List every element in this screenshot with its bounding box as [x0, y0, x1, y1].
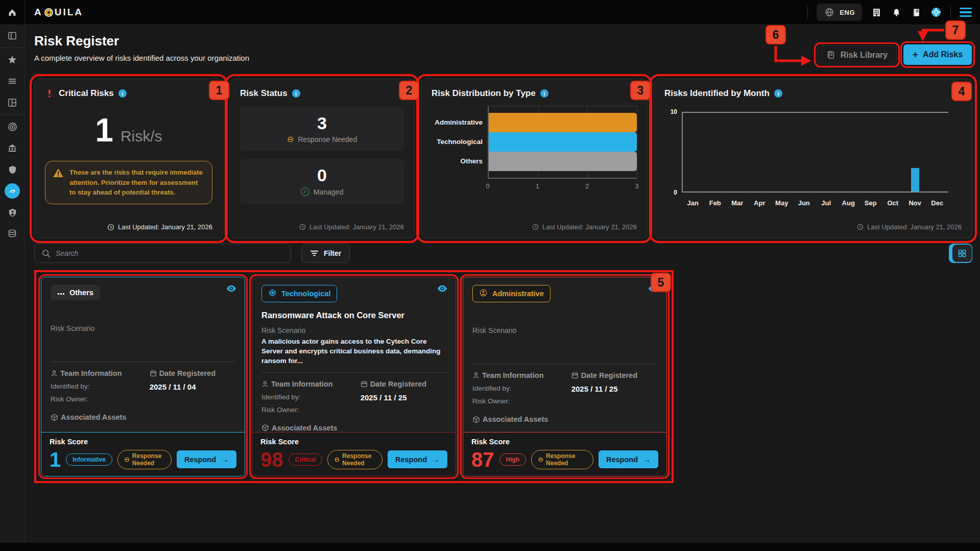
risk-distribution-card: Risk Distribution by Type Administrative…	[421, 79, 648, 238]
sidebar-item-favorites[interactable]	[0, 49, 25, 70]
month-slot-sep	[860, 113, 882, 191]
circle-check-icon	[301, 187, 309, 196]
divider	[261, 372, 446, 373]
topbar-actions: ENG	[807, 4, 980, 21]
sidebar-item-menu[interactable]	[0, 70, 25, 92]
info-icon[interactable]	[118, 89, 127, 98]
risk-type-label: Others	[69, 289, 93, 297]
response-needed-panel: 3 Response Needed	[240, 106, 404, 151]
date-registered-header: Date Registered	[361, 380, 446, 388]
risk-library-button[interactable]: Risk Library	[817, 45, 897, 64]
managed-count: 0	[317, 166, 327, 184]
menu-icon[interactable]	[960, 8, 972, 17]
risks-by-month-chart: 10 0	[664, 112, 948, 193]
support-lifebuoy-icon[interactable]	[930, 7, 942, 18]
aquila-logo: AQUILAAUILA	[34, 7, 83, 18]
critical-unit: Risk/s	[121, 128, 162, 145]
sidebar-item-shield[interactable]	[0, 159, 25, 180]
risk-card: Others Risk Scenario Team Information Id…	[41, 277, 245, 476]
language-selector[interactable]: ENG	[817, 4, 862, 21]
risk-scenario-label: Risk Scenario	[51, 324, 235, 332]
knowledge-book-icon[interactable]	[911, 7, 922, 18]
severity-badge: Informative	[66, 453, 112, 466]
sidebar-item-database[interactable]	[0, 223, 25, 245]
x-axis-tick: 3	[635, 182, 638, 190]
calendar-icon	[361, 380, 368, 388]
info-icon[interactable]	[774, 89, 782, 98]
circle-minus-icon	[538, 456, 543, 463]
sidebar-item-institution[interactable]	[0, 137, 25, 159]
x-axis-label-jan: Jan	[682, 199, 704, 207]
risk-type-badge: Others	[51, 285, 100, 300]
arrow-right-icon	[643, 455, 651, 464]
annotation-badge-2: 2	[399, 81, 419, 100]
managed-label: Managed	[314, 188, 343, 196]
respond-button[interactable]: Respond	[599, 450, 658, 468]
last-updated: Last Updated: January 21, 2026	[107, 223, 212, 231]
home-icon[interactable]	[0, 0, 25, 25]
bar-others	[489, 152, 637, 171]
critical-count: 1	[95, 114, 113, 147]
bar-label-administrative: Administrative	[432, 112, 483, 132]
respond-button[interactable]: Respond	[177, 450, 236, 468]
divider	[472, 364, 657, 364]
info-icon[interactable]	[292, 89, 300, 98]
exclamation-icon	[45, 88, 54, 99]
risk-status-card: Risk Status 3 Response Needed 0 Managed …	[229, 79, 415, 238]
risk-description	[472, 337, 657, 357]
risk-score-section: Risk Score 1 Informative Response Needed…	[41, 432, 245, 476]
filter-button[interactable]: Filter	[301, 244, 350, 263]
risk-library-label: Risk Library	[841, 51, 888, 60]
risk-description	[51, 335, 235, 355]
risk-card: Administrative Risk Scenario Team Inform…	[463, 277, 667, 476]
date-registered-value: 2025 / 11 / 25	[571, 385, 657, 393]
sidebar-item-risk-active[interactable]	[0, 180, 25, 202]
risk-title: Ransomware Attack on Core Server	[261, 310, 446, 323]
risk-title	[472, 310, 657, 323]
x-axis-label-mar: Mar	[726, 199, 749, 207]
month-slot-oct	[882, 113, 904, 191]
sidebar-item-layout[interactable]	[0, 92, 25, 113]
bar-technological	[489, 132, 637, 152]
divider	[0, 47, 25, 48]
stats-row: Critical Risks 1 Risk/s These are the ri…	[34, 79, 972, 238]
view-risk-eye-icon[interactable]	[226, 284, 237, 295]
cube-icon	[51, 414, 58, 421]
notifications-bell-icon[interactable]	[891, 7, 902, 18]
search-input[interactable]	[56, 249, 283, 257]
ellipsis-icon	[57, 289, 65, 297]
risk-owner-label: Risk Owner:	[261, 406, 361, 414]
gridline	[637, 106, 637, 178]
month-slot-apr	[749, 113, 771, 191]
status-badge: Response Needed	[531, 450, 593, 469]
divider	[807, 6, 808, 18]
critical-warning-box: These are the risks that require immedia…	[45, 161, 212, 204]
organization-building-icon[interactable]	[871, 7, 882, 18]
respond-button[interactable]: Respond	[388, 450, 447, 468]
bar-administrative	[489, 113, 637, 132]
cube-icon	[261, 424, 269, 432]
risk-type-label: Administrative	[492, 290, 544, 298]
risk-title	[51, 308, 235, 321]
x-axis-label-may: May	[771, 199, 793, 207]
x-axis-label-dec: Dec	[926, 199, 949, 207]
associated-assets-header: Associated Assets	[51, 413, 235, 421]
sidebar-item-panel[interactable]	[0, 25, 25, 46]
person-icon	[51, 370, 58, 377]
severity-badge: Critical	[289, 453, 323, 466]
sidebar-item-shield-user[interactable]	[0, 202, 25, 223]
info-icon[interactable]	[540, 89, 548, 98]
add-risks-button[interactable]: Add Risks	[903, 44, 972, 65]
sidebar-item-radar[interactable]	[0, 116, 25, 137]
view-risk-eye-icon[interactable]	[437, 284, 448, 295]
divider	[51, 362, 235, 362]
x-axis-tick: 0	[486, 182, 489, 190]
last-updated: Last Updated: January 21, 2026	[299, 223, 404, 231]
y-axis-max: 10	[671, 108, 677, 115]
arrow-right-icon	[432, 455, 440, 464]
month-slot-dec	[926, 113, 948, 191]
annotation-badge-1: 1	[209, 81, 229, 100]
risk-cards-group: Others Risk Scenario Team Information Id…	[34, 270, 674, 483]
view-toggle[interactable]	[949, 244, 972, 263]
topbar: AQUILAAUILA ENG	[0, 0, 980, 25]
